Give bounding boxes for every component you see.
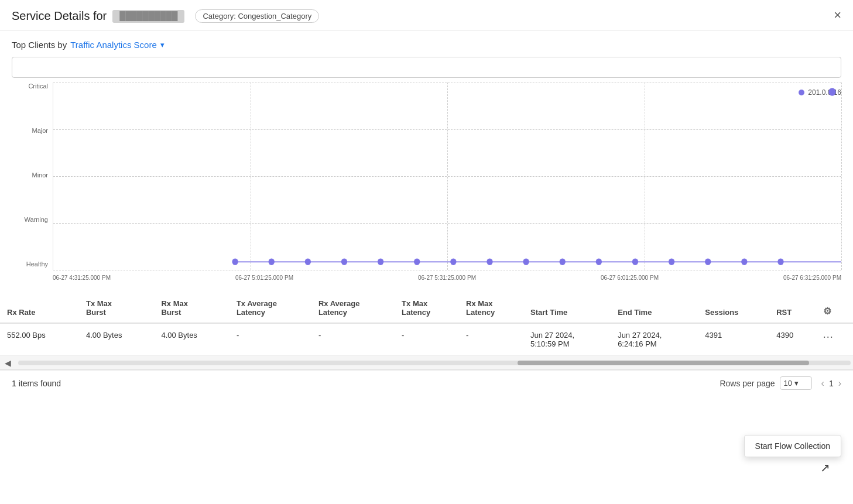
cell-rx-avg-latency: - (311, 323, 395, 356)
col-tx-avg-latency: Tx AverageLatency (229, 293, 311, 323)
y-label-minor: Minor (12, 172, 53, 179)
page-container: Service Details for ██████████ Category:… (0, 0, 853, 504)
svg-point-11 (632, 259, 638, 265)
scroll-thumb (518, 361, 809, 365)
rows-select-chevron-icon: ▾ (794, 379, 799, 388)
svg-point-16 (828, 88, 835, 96)
svg-point-7 (487, 259, 492, 265)
cell-rx-max-latency: - (459, 323, 523, 356)
y-label-major: Major (12, 127, 53, 134)
cell-tx-avg-latency: - (229, 323, 311, 356)
cell-end-time: Jun 27 2024,6:24:16 PM (611, 323, 698, 356)
cursor-indicator: ↗ (820, 461, 832, 475)
data-table: Rx Rate Tx MaxBurst Rx MaxBurst Tx Avera… (0, 293, 853, 356)
scroll-left-button[interactable]: ◀ (0, 358, 16, 368)
svg-point-2 (305, 259, 311, 265)
top-clients-bar: Top Clients by Traffic Analytics Score ▾ (0, 30, 853, 54)
ip-badge: ██████████ (112, 10, 184, 23)
table-header-row: Rx Rate Tx MaxBurst Rx MaxBurst Tx Avera… (0, 293, 853, 323)
top-clients-link[interactable]: Traffic Analytics Score (70, 40, 157, 50)
items-found: 1 items found (12, 379, 720, 388)
rows-per-page-label: Rows per page (720, 379, 775, 388)
cell-actions: ··· (816, 323, 853, 356)
svg-point-13 (705, 259, 711, 265)
svg-point-1 (269, 259, 275, 265)
x-label-4: 06-27 6:31:25.000 PM (783, 275, 841, 281)
x-label-0: 06-27 4:31:25.000 PM (53, 275, 111, 281)
cell-sessions: 4391 (698, 323, 769, 356)
svg-point-9 (560, 259, 566, 265)
y-label-critical: Critical (12, 83, 53, 90)
x-axis: 06-27 4:31:25.000 PM 06-27 5:01:25.000 P… (53, 272, 841, 293)
chart-plot (53, 83, 841, 270)
col-rst: RST (769, 293, 816, 323)
next-page-button[interactable]: › (838, 378, 841, 389)
start-flow-collection-popup[interactable]: Start Flow Collection (744, 435, 841, 457)
svg-point-6 (450, 259, 456, 265)
scroll-track[interactable] (18, 361, 851, 365)
start-flow-collection-label: Start Flow Collection (755, 441, 830, 451)
cell-tx-max-latency: - (395, 323, 459, 356)
table-container: Rx Rate Tx MaxBurst Rx MaxBurst Tx Avera… (0, 293, 853, 356)
scrollbar-row: ◀ (0, 356, 853, 370)
y-label-warning: Warning (12, 216, 53, 223)
grid-line-4 (53, 270, 841, 270)
header: Service Details for ██████████ Category:… (0, 0, 853, 30)
page-nav: ‹ 1 › (821, 378, 841, 389)
rows-per-page-select[interactable]: 10 ▾ (780, 376, 812, 390)
svg-point-8 (523, 259, 529, 265)
col-gear: ⚙ (816, 293, 853, 323)
chart-svg (53, 83, 841, 270)
x-label-3: 06-27 6:01:25.000 PM (601, 275, 659, 281)
search-bar[interactable] (12, 57, 841, 78)
svg-point-4 (378, 259, 383, 265)
col-end-time: End Time (611, 293, 698, 323)
gear-icon[interactable]: ⚙ (823, 306, 831, 316)
col-sessions: Sessions (698, 293, 769, 323)
prev-page-button[interactable]: ‹ (821, 378, 824, 389)
col-rx-avg-latency: Rx AverageLatency (311, 293, 395, 323)
col-tx-max-latency: Tx MaxLatency (395, 293, 459, 323)
chart-area: 201.0.0.16 Critical Major Minor Warning … (12, 83, 841, 293)
dropdown-arrow-icon[interactable]: ▾ (160, 40, 165, 49)
cell-rst: 4390 (769, 323, 816, 356)
v-grid-4 (841, 83, 842, 270)
x-label-1: 06-27 5:01:25.000 PM (235, 275, 293, 281)
cell-rx-rate: 552.00 Bps (0, 323, 79, 356)
x-label-2: 06-27 5:31:25.000 PM (418, 275, 476, 281)
svg-point-3 (341, 259, 347, 265)
svg-point-10 (596, 259, 602, 265)
page-number: 1 (829, 379, 834, 388)
y-label-healthy: Healthy (12, 260, 53, 268)
col-start-time: Start Time (523, 293, 611, 323)
cell-rx-max-burst: 4.00 Bytes (154, 323, 229, 356)
header-title: Service Details for ██████████ Category:… (12, 9, 319, 23)
close-button[interactable]: × (834, 9, 841, 22)
footer: 1 items found Rows per page 10 ▾ ‹ 1 › (0, 370, 853, 396)
col-rx-max-burst: Rx MaxBurst (154, 293, 229, 323)
svg-point-12 (669, 259, 674, 265)
col-rx-max-latency: Rx MaxLatency (459, 293, 523, 323)
category-badge: Category: Congestion_Category (195, 9, 319, 23)
svg-point-5 (414, 259, 420, 265)
svg-point-14 (741, 259, 747, 265)
y-axis: Critical Major Minor Warning Healthy (12, 83, 53, 270)
col-tx-max-burst: Tx MaxBurst (79, 293, 154, 323)
rows-per-page-value: 10 (784, 379, 792, 388)
col-rx-rate: Rx Rate (0, 293, 79, 323)
table-row: 552.00 Bps 4.00 Bytes 4.00 Bytes - - - -… (0, 323, 853, 356)
svg-point-15 (777, 259, 783, 265)
rows-per-page: Rows per page 10 ▾ (720, 376, 811, 390)
svg-point-0 (232, 259, 238, 265)
more-actions-button[interactable]: ··· (823, 331, 834, 343)
top-clients-label: Top Clients by (12, 40, 67, 50)
title-prefix: Service Details for (12, 9, 107, 23)
cell-start-time: Jun 27 2024,5:10:59 PM (523, 323, 611, 356)
cell-tx-max-burst: 4.00 Bytes (79, 323, 154, 356)
